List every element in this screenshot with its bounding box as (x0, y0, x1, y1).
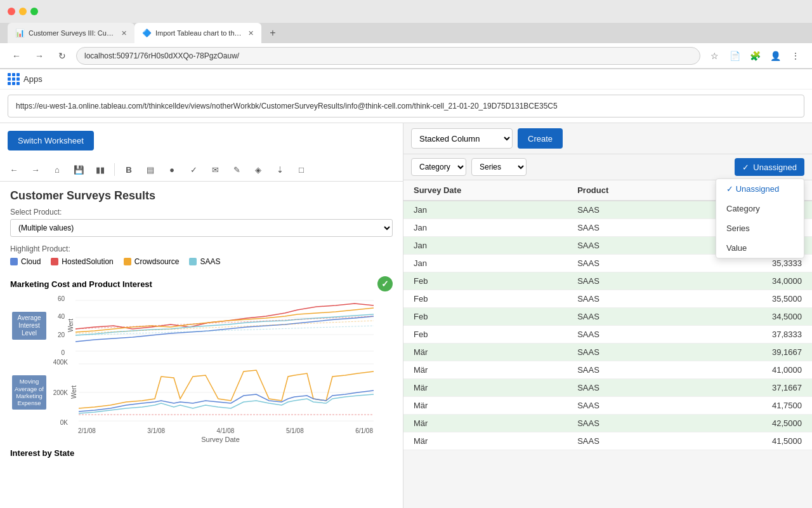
cell-date: Mär (403, 397, 567, 415)
profile-button[interactable]: 👤 (766, 47, 784, 65)
saas-color (189, 258, 197, 265)
down-toolbar-btn[interactable]: ⇣ (271, 161, 289, 178)
chart-toolbar-btn[interactable]: ▤ (141, 161, 159, 178)
apps-bar: Apps (0, 69, 812, 90)
left-panel: Switch Worksheet ← → ⌂ 💾 ▮▮ B ▤ ● ✓ ✉ ✎ … (0, 123, 403, 508)
cell-date: Feb (403, 326, 567, 344)
edit-toolbar-btn[interactable]: ✎ (228, 161, 246, 178)
chart-type-select[interactable]: Stacked Column (411, 128, 513, 149)
cell-value: 41,7500 (691, 397, 812, 415)
checkmark-icon: ✓ (742, 163, 749, 172)
unassigned-button[interactable]: ✓ Unassigned (735, 158, 804, 176)
tab1-label: Customer Surveys III: Custome... (29, 29, 115, 37)
reload-button[interactable]: ↻ (53, 47, 71, 65)
expand-toolbar-btn[interactable]: □ (292, 161, 310, 178)
tab1-close[interactable]: ✕ (121, 29, 127, 37)
cell-product: SAAS (567, 255, 691, 272)
tab1-favicon: 📊 (15, 29, 25, 37)
tab-bar: 📊 Customer Surveys III: Custome... ✕ 🔷 I… (0, 23, 812, 43)
wert-label-2: Wert (70, 358, 77, 427)
new-tab-button[interactable]: + (264, 24, 282, 42)
extension-button[interactable]: 🧩 (746, 47, 764, 65)
cell-date: Mär (403, 415, 567, 432)
cloud-label: Cloud (21, 257, 41, 266)
back-button[interactable]: ← (8, 47, 25, 65)
share-toolbar-btn[interactable]: ◈ (249, 161, 267, 178)
bookmark-button[interactable]: ☆ (705, 47, 723, 65)
switch-worksheet-button[interactable]: Switch Worksheet (8, 131, 94, 150)
menu-item-category[interactable]: Category (716, 199, 804, 218)
unassigned-dropdown[interactable]: ✓ Unassigned Unassigned Category Series … (735, 158, 804, 176)
close-button[interactable] (8, 8, 15, 15)
create-button[interactable]: Create (518, 128, 563, 149)
bell-toolbar-btn[interactable]: ● (163, 161, 181, 178)
cell-date: Feb (403, 290, 567, 308)
highlight-section: Highlight Product: Cloud HostedSolution … (0, 242, 403, 271)
legend-cloud: Cloud (10, 257, 41, 266)
address-text: localhost:50971/76rH0s0dXXQo-78PgzOauw/ (84, 51, 239, 60)
menu-item-value[interactable]: Value (716, 238, 804, 258)
url-input[interactable] (8, 95, 804, 117)
apps-label: Apps (23, 74, 43, 84)
cell-date: Feb (403, 308, 567, 326)
menu-item-unassigned[interactable]: Unassigned (716, 179, 804, 199)
apps-grid-icon[interactable] (8, 73, 20, 85)
toolbar: ← → ⌂ 💾 ▮▮ B ▤ ● ✓ ✉ ✎ ◈ ⇣ □ (0, 158, 403, 182)
series-col-select[interactable]: Series Category Value (471, 158, 527, 176)
cell-product: SAAS (567, 397, 691, 415)
cell-value: 35,5000 (691, 290, 812, 308)
menu-item-series[interactable]: Series (716, 218, 804, 238)
right-toolbar: Stacked Column Create (403, 123, 812, 154)
tab-customer-surveys[interactable]: 📊 Customer Surveys III: Custome... ✕ (8, 23, 134, 43)
forward-button[interactable]: → (30, 47, 48, 65)
fullscreen-button[interactable] (30, 8, 38, 15)
interest-by-state-title: Interest by State (10, 448, 393, 458)
select-product-section: Select Product: (Multiple values) (0, 208, 403, 242)
tab2-close[interactable]: ✕ (248, 29, 254, 37)
legend-hostedsolution: HostedSolution (51, 257, 113, 266)
tab-import-tableau[interactable]: 🔷 Import Tableau chart to think-c... ✕ (134, 23, 261, 43)
cell-value: 41,0000 (691, 361, 812, 379)
charts-container: Marketing Cost and Product Interest ✓ Av… (0, 271, 403, 508)
chart-title: Customer Surveys Results (0, 182, 403, 208)
category-col-select[interactable]: Category Series Value (411, 158, 466, 176)
screenshot-button[interactable]: 📄 (726, 47, 743, 65)
chart-rows: Average Interest Level 6040200 Wert (10, 294, 393, 443)
pause-toolbar-btn[interactable]: ▮▮ (91, 161, 109, 178)
marketing-expense-label: Moving Average of Marketing Expense (12, 375, 46, 410)
tab2-label: Import Tableau chart to think-c... (155, 29, 242, 37)
save-toolbar-btn[interactable]: 💾 (70, 161, 88, 178)
product-dropdown[interactable]: (Multiple values) (10, 219, 393, 237)
table-row: Mär SAAS 39,1667 (403, 344, 812, 361)
cell-product: SAAS (567, 219, 691, 237)
cell-value: 37,8333 (691, 326, 812, 344)
table-row: Mär SAAS 42,5000 (403, 415, 812, 432)
mail-toolbar-btn[interactable]: ✉ (206, 161, 224, 178)
hostedsolution-color (51, 258, 58, 265)
table-row: Feb SAAS 34,0000 (403, 272, 812, 290)
unassigned-menu: Unassigned Category Series Value (716, 178, 804, 258)
address-bar[interactable]: localhost:50971/76rH0s0dXXQo-78PgzOauw/ (76, 47, 700, 65)
menu-button[interactable]: ⋮ (787, 47, 804, 65)
table-row: Feb SAAS 37,8333 (403, 326, 812, 344)
header-product: Product (567, 180, 691, 201)
minimize-button[interactable] (19, 8, 27, 15)
nav-bar: ← → ↻ localhost:50971/76rH0s0dXXQo-78Pgz… (0, 43, 812, 69)
cell-product: SAAS (567, 432, 691, 450)
table-row: Mär SAAS 37,1667 (403, 379, 812, 397)
bold-toolbar-btn[interactable]: B (120, 161, 138, 178)
traffic-lights[interactable] (8, 8, 38, 15)
url-bar (0, 90, 812, 123)
nav-icons: ☆ 📄 🧩 👤 ⋮ (705, 47, 804, 65)
forward-toolbar-btn[interactable]: → (27, 161, 44, 178)
cell-date: Jan (403, 255, 567, 272)
tab2-favicon: 🔷 (142, 29, 152, 37)
header-survey-date: Survey Date (403, 180, 567, 201)
select-product-label: Select Product: (10, 208, 393, 217)
home-toolbar-btn[interactable]: ⌂ (48, 161, 66, 178)
wert-label-1: Wert (67, 294, 74, 358)
check-toolbar-btn[interactable]: ✓ (185, 161, 202, 178)
column-assignment: Category Series Value Series Category Va… (403, 154, 812, 180)
cell-date: Jan (403, 237, 567, 255)
back-toolbar-btn[interactable]: ← (5, 161, 23, 178)
